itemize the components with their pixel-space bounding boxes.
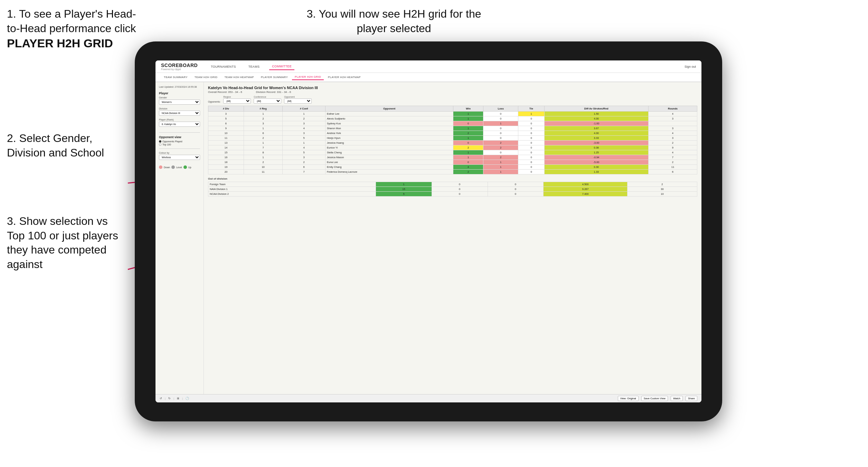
- colour-label-down: Down: [164, 166, 170, 169]
- table-row: NCAA Division 2 5 0 0 7.400 10: [208, 192, 697, 197]
- out-of-division-table: Foreign Team 1 0 0 4.500 2 NAIA Division…: [208, 182, 697, 197]
- subnav-team-summary[interactable]: TEAM SUMMARY: [161, 75, 190, 80]
- toolbar-redo[interactable]: ↻: [168, 397, 171, 400]
- table-row: 13 1 1 Jessica Huang 0 2 0 -3.00 2: [208, 141, 697, 145]
- table-row: 9 1 4 Sharon Mun 1 0 0 3.67 3: [208, 126, 697, 131]
- toolbar-save-custom[interactable]: Save Custom View: [641, 396, 668, 401]
- toolbar-filter[interactable]: ⊞: [177, 397, 179, 400]
- step3-bottom-text: 3. Show selection vs Top 100 or just pla…: [7, 215, 118, 270]
- colour-legend: Down Level Up: [159, 165, 200, 169]
- sidebar-divider-2: [159, 149, 200, 149]
- table-row: 5 2 2 Alexis Sudjianto 1 0 0 4.00 3: [208, 116, 697, 121]
- radio-opponents-played[interactable]: Opponents Played: [159, 140, 200, 143]
- step1-text: 1. To see a Player's Head-to-Head perfor…: [7, 8, 136, 35]
- table-row: 10 6 3 Andrea York 2 0 0 4.00 4: [208, 131, 697, 136]
- main-content: Last Updated: 27/03/2024 16:55:38 Player…: [155, 82, 701, 394]
- colour-dot-up: [183, 165, 187, 169]
- col-header-reg: # Reg: [244, 106, 282, 112]
- nav-committee[interactable]: COMMITTEE: [269, 63, 294, 70]
- out-of-division-label: Out of division: [208, 177, 697, 180]
- sidebar-player-section: Player: [159, 92, 200, 95]
- table-row: 16 1 3 Jessica Mason 1 2 0 -0.94 7: [208, 155, 697, 160]
- filter-opponent-label: Opponent: [284, 96, 312, 98]
- toolbar-sep3: |: [182, 397, 183, 400]
- radio-dot-top100: [159, 143, 161, 146]
- tablet-screen: SCOREBOARD Powered by clippd TOURNAMENTS…: [155, 60, 701, 402]
- table-row: 14 7 4 Eunice Yi 2 2 0 0.38 9: [208, 145, 697, 150]
- sidebar-colour-by-label: Colour by: [159, 152, 200, 154]
- sidebar-opponent-options: Opponents Played Top 100: [159, 140, 200, 146]
- colour-label-up: Up: [188, 166, 191, 169]
- toolbar-sep1: |: [165, 397, 166, 400]
- sidebar-division-select[interactable]: NCAA Division III NCAA Division I NCAA D…: [159, 111, 200, 116]
- toolbar-view-original[interactable]: View: Original: [618, 396, 639, 401]
- step3-top-text: 3. You will now see H2H grid for the pla…: [306, 8, 481, 35]
- nav-teams[interactable]: TEAMS: [246, 64, 263, 70]
- table-row: 6 3 3 Sydney Kuo 0 1 0 -1.00: [208, 121, 697, 126]
- sidebar: Last Updated: 27/03/2024 16:55:38 Player…: [155, 82, 204, 394]
- filter-region-group: Region (All): [223, 96, 251, 104]
- table-header-row: # Div # Reg # Conf Opponent Win Loss Tie…: [208, 106, 697, 112]
- col-header-conf: # Conf: [283, 106, 326, 112]
- filter-conference-select[interactable]: (All): [254, 98, 281, 104]
- filter-row: Opponents: Region (All) Conference (All): [208, 96, 697, 104]
- col-header-win: Win: [453, 106, 483, 112]
- subnav-player-summary[interactable]: PLAYER SUMMARY: [258, 75, 291, 80]
- filter-region-label: Region: [223, 96, 251, 98]
- filter-opponent-group: Opponent (All): [284, 96, 312, 104]
- filter-conference-group: Conference (All): [254, 96, 281, 104]
- toolbar-undo[interactable]: ↺: [160, 397, 162, 400]
- grid-area: Katelyn Vo Head-to-Head Grid for Women's…: [204, 82, 701, 394]
- filter-opponents-label: Opponents:: [208, 101, 220, 103]
- sidebar-division-label: Division: [159, 107, 200, 110]
- instruction-step2: 2. Select Gender, Division and School: [7, 131, 124, 160]
- col-header-loss: Loss: [483, 106, 518, 112]
- sign-out-link[interactable]: Sign out: [685, 65, 696, 68]
- sidebar-divider-1: [159, 132, 200, 133]
- toolbar-refresh[interactable]: 🕐: [186, 397, 189, 400]
- toolbar-share[interactable]: Share: [686, 396, 697, 401]
- filter-region-select[interactable]: (All): [223, 98, 251, 104]
- overall-record: Overall Record: 353 - 34 - 6: [208, 90, 242, 94]
- subnav-player-h2h-grid[interactable]: PLAYER H2H GRID: [292, 74, 324, 80]
- subnav-team-h2h-heatmap[interactable]: TEAM H2H HEATMAP: [221, 75, 257, 80]
- radio-top100[interactable]: Top 100: [159, 143, 200, 146]
- filter-opponent-select[interactable]: (All): [284, 98, 312, 104]
- instruction-step1: 1. To see a Player's Head-to-Head perfor…: [7, 7, 138, 51]
- table-row: NAIA Division 1 15 0 0 9.267 30: [208, 187, 697, 192]
- division-record: Division Record: 331 - 34 - 6: [256, 90, 291, 94]
- grid-records: Overall Record: 353 - 34 - 6 Division Re…: [208, 90, 697, 94]
- table-row: 18 2 2 Euna Lee 0 1 0 -5.00 2: [208, 160, 697, 165]
- logo-sub: Powered by clippd: [161, 68, 198, 70]
- col-header-opponent: Opponent: [325, 106, 453, 112]
- col-header-tie: Tie: [518, 106, 544, 112]
- sub-navigation: TEAM SUMMARY TEAM H2H GRID TEAM H2H HEAT…: [155, 73, 701, 82]
- toolbar-watch[interactable]: Watch: [671, 396, 683, 401]
- sidebar-player-select[interactable]: 8. Katelyn Vo: [159, 122, 200, 127]
- table-row: Foreign Team 1 0 0 4.500 2: [208, 182, 697, 187]
- col-header-diff: Diff Av Strokes/Rnd: [544, 106, 648, 112]
- sidebar-timestamp: Last Updated: 27/03/2024 16:55:38: [159, 86, 200, 88]
- sidebar-gender-select[interactable]: Women's Men's: [159, 99, 200, 105]
- colour-dot-level: [171, 165, 175, 169]
- main-data-table: # Div # Reg # Conf Opponent Win Loss Tie…: [208, 106, 697, 174]
- table-row: 11 2 5 Heejo Hyun 1 0 0 3.33 3: [208, 136, 697, 141]
- sidebar-opponent-view-label: Opponent view: [159, 135, 200, 139]
- instruction-step3-bottom: 3. Show selection vs Top 100 or just pla…: [7, 214, 124, 271]
- colour-dot-down: [159, 165, 162, 169]
- logo-text: SCOREBOARD: [161, 63, 198, 68]
- sidebar-gender-label: Gender: [159, 96, 200, 99]
- filter-conference-label: Conference: [254, 96, 281, 98]
- bottom-toolbar: ↺ | ↻ | ⊞ | 🕐 View: Original Save Custom…: [155, 394, 701, 402]
- sidebar-player-rank-label: Player (Rank): [159, 118, 200, 121]
- table-row: 20 11 7 Federica Domecq Lacroze 2 1 0 1.…: [208, 170, 697, 174]
- instruction-step3-top: 3. You will now see H2H grid for the pla…: [290, 7, 498, 36]
- subnav-team-h2h-grid[interactable]: TEAM H2H GRID: [192, 75, 220, 80]
- logo-area: SCOREBOARD Powered by clippd: [161, 63, 198, 70]
- subnav-player-h2h-heatmap[interactable]: PLAYER H2H HEATMAP: [325, 75, 364, 80]
- sidebar-colour-select[interactable]: Win/loss: [159, 155, 200, 160]
- table-row: 19 10 6 Emily Chang 4 1 0 0.30 11: [208, 165, 697, 170]
- nav-tournaments[interactable]: TOURNAMENTS: [208, 64, 239, 70]
- table-row: 3 1 1 Esther Lee 1 0 1 1.50 4: [208, 112, 697, 116]
- app-header: SCOREBOARD Powered by clippd TOURNAMENTS…: [155, 60, 701, 73]
